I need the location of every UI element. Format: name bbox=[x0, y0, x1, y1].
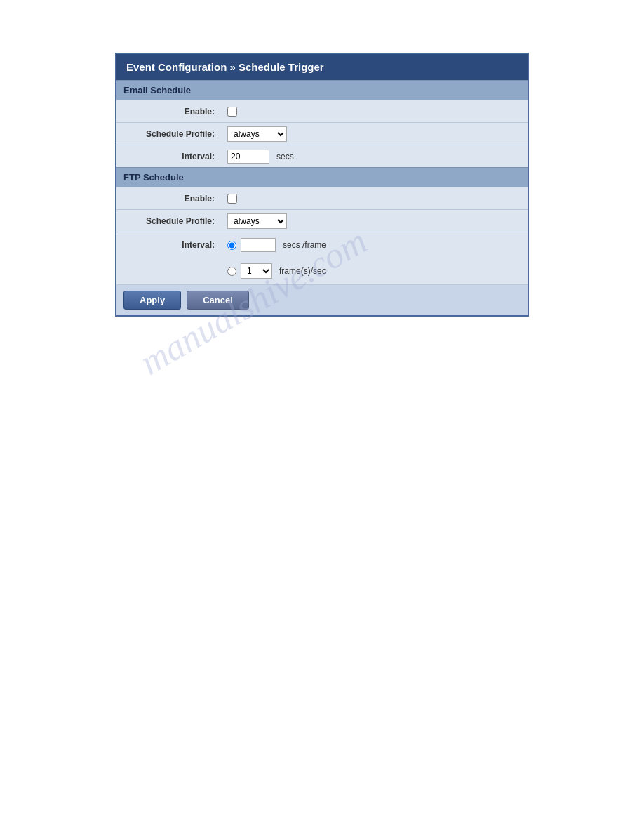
panel-header: Event Configuration » Schedule Trigger bbox=[116, 54, 528, 80]
email-schedule-profile-label: Schedule Profile: bbox=[116, 129, 222, 139]
email-enable-checkbox[interactable] bbox=[227, 107, 237, 117]
ftp-interval-radio1[interactable] bbox=[227, 241, 236, 250]
ftp-enable-control bbox=[222, 191, 528, 206]
ftp-interval-control1: secs /frame bbox=[222, 235, 528, 255]
panel-title: Event Configuration » Schedule Trigger bbox=[126, 61, 324, 73]
ftp-interval-unit2: frame(s)/sec bbox=[279, 266, 326, 276]
apply-button[interactable]: Apply bbox=[123, 291, 181, 310]
ftp-interval-control2: 1 2 3 4 5 frame(s)/sec bbox=[222, 260, 528, 282]
button-row: Apply Cancel bbox=[116, 284, 528, 315]
ftp-interval-radio2[interactable] bbox=[227, 267, 236, 276]
email-enable-label: Enable: bbox=[116, 107, 222, 117]
email-schedule-section-header: Email Schedule bbox=[116, 80, 528, 100]
ftp-interval-label: Interval: bbox=[116, 240, 222, 250]
email-enable-row: Enable: bbox=[116, 100, 528, 122]
ftp-schedule-section-header: FTP Schedule bbox=[116, 167, 528, 187]
ftp-schedule-profile-row: Schedule Profile: always weekdays weeken… bbox=[116, 209, 528, 232]
ftp-enable-label: Enable: bbox=[116, 194, 222, 204]
cancel-button[interactable]: Cancel bbox=[187, 291, 249, 310]
ftp-schedule-profile-label: Schedule Profile: bbox=[116, 216, 222, 226]
page-wrapper: Event Configuration » Schedule Trigger E… bbox=[0, 0, 644, 317]
email-interval-label: Interval: bbox=[116, 152, 222, 161]
ftp-schedule-profile-select[interactable]: always weekdays weekends custom bbox=[227, 213, 287, 229]
email-interval-input[interactable] bbox=[227, 150, 269, 164]
ftp-schedule-profile-control: always weekdays weekends custom bbox=[222, 211, 528, 232]
ftp-interval-row2: 1 2 3 4 5 frame(s)/sec bbox=[116, 258, 528, 284]
config-panel: Event Configuration » Schedule Trigger E… bbox=[115, 53, 529, 317]
email-interval-control: secs bbox=[222, 147, 528, 166]
ftp-schedule-label: FTP Schedule bbox=[123, 172, 184, 183]
email-interval-unit: secs bbox=[276, 152, 294, 161]
email-enable-control bbox=[222, 104, 528, 119]
email-schedule-profile-control: always weekdays weekends custom bbox=[222, 124, 528, 145]
ftp-interval-unit1: secs /frame bbox=[283, 240, 326, 250]
ftp-enable-checkbox[interactable] bbox=[227, 194, 237, 204]
email-schedule-profile-row: Schedule Profile: always weekdays weeken… bbox=[116, 122, 528, 145]
email-schedule-label: Email Schedule bbox=[123, 85, 191, 95]
ftp-interval-secs-input[interactable] bbox=[241, 238, 276, 252]
ftp-interval-row1: Interval: secs /frame bbox=[116, 232, 528, 258]
email-schedule-profile-select[interactable]: always weekdays weekends custom bbox=[227, 126, 287, 142]
ftp-enable-row: Enable: bbox=[116, 187, 528, 209]
ftp-interval-frames-select[interactable]: 1 2 3 4 5 bbox=[241, 263, 272, 279]
ftp-interval-container: Interval: secs /frame 1 2 3 4 bbox=[116, 232, 528, 284]
email-interval-row: Interval: secs bbox=[116, 145, 528, 167]
